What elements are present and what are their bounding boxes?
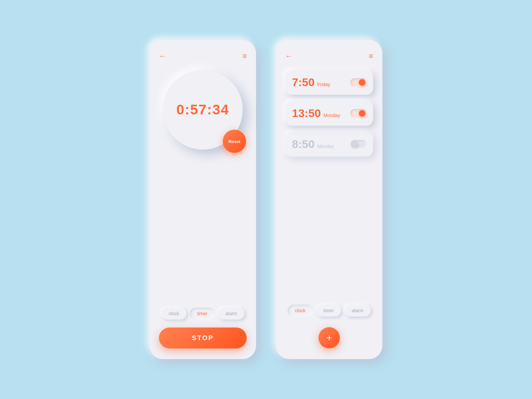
timer-tab-alarm[interactable]: alarm <box>218 308 244 320</box>
timer-circle-area: 0:57:34 Reset <box>159 70 247 150</box>
alarm-day-1: Friday <box>317 82 330 87</box>
timer-tab-row: clock timer alarm <box>159 308 247 320</box>
alarm-time-3: 8:50 <box>292 138 315 151</box>
alarm-toggle-track-2[interactable] <box>350 109 366 118</box>
alarm-toggle-2[interactable] <box>350 109 366 118</box>
timer-tab-clock[interactable]: clock <box>161 308 187 320</box>
alarm-toggle-knob-2 <box>359 110 365 117</box>
timer-back-icon[interactable]: ← <box>159 52 166 61</box>
fab-row: + <box>285 327 373 348</box>
alarm-day-2: Monday <box>324 113 340 118</box>
alarm-tab-row: clock timer alarm <box>285 305 373 317</box>
alarm-tab-timer[interactable]: timer <box>316 305 341 317</box>
reset-button[interactable]: Reset <box>223 130 246 153</box>
alarm-header: ← ≡ <box>285 52 373 61</box>
alarm-back-icon[interactable]: ← <box>285 52 293 61</box>
timer-header: ← ≡ <box>159 52 247 61</box>
alarm-menu-icon[interactable]: ≡ <box>369 52 373 61</box>
alarm-time-1: 7:50 <box>292 76 315 89</box>
timer-tab-timer[interactable]: timer <box>190 308 215 320</box>
alarm-toggle-track-1[interactable] <box>350 78 366 87</box>
alarm-tab-clock[interactable]: clock <box>288 305 313 317</box>
alarm-toggle-knob-1 <box>359 79 365 86</box>
timer-circle: 0:57:34 Reset <box>163 70 243 150</box>
alarm-time-group-2: 13:50 Monday <box>292 107 340 120</box>
alarm-time-group-1: 7:50 Friday <box>292 76 330 89</box>
alarm-tab-alarm[interactable]: alarm <box>344 305 371 317</box>
add-alarm-button[interactable]: + <box>319 327 340 348</box>
alarm-toggle-1[interactable] <box>350 78 366 87</box>
alarm-list: 7:50 Friday 13:50 Monday <box>285 70 373 157</box>
alarm-toggle-track-3[interactable] <box>350 140 366 149</box>
timer-phone-card: ← ≡ 0:57:34 Reset clock timer alarm STOP <box>150 40 256 359</box>
alarm-phone-card: ← ≡ 7:50 Friday 13:50 Monday <box>276 40 382 359</box>
alarm-item-3: 8:50 Monday <box>285 132 373 157</box>
alarm-day-3: Monday <box>317 144 334 149</box>
timer-menu-icon[interactable]: ≡ <box>242 52 247 61</box>
alarm-toggle-knob-3 <box>351 141 358 148</box>
alarm-time-group-3: 8:50 Monday <box>292 138 334 151</box>
alarm-item-1: 7:50 Friday <box>285 70 373 95</box>
stop-button[interactable]: STOP <box>159 328 247 348</box>
timer-display: 0:57:34 <box>177 102 229 118</box>
alarm-time-2: 13:50 <box>292 107 321 120</box>
alarm-item-2: 13:50 Monday <box>285 101 373 126</box>
alarm-toggle-3[interactable] <box>350 140 366 149</box>
